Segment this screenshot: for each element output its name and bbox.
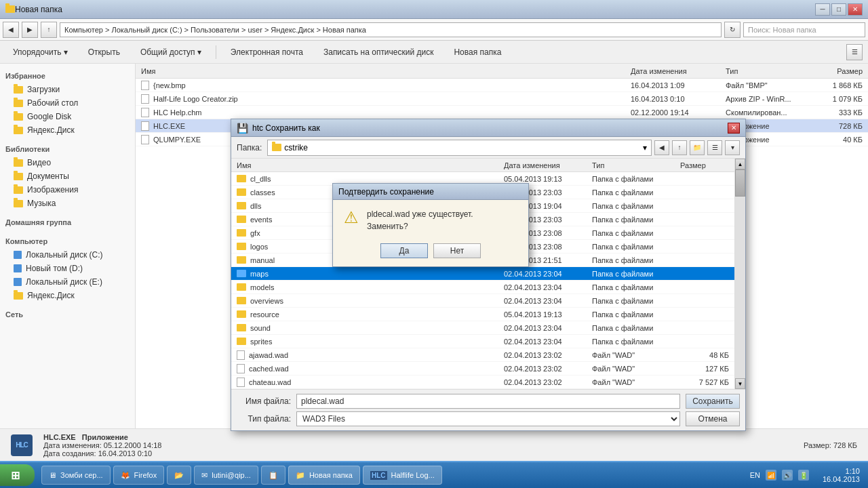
d-col-header-size[interactable]: Размер: [677, 161, 732, 169]
scrollbar-track: [735, 169, 745, 378]
taskbar-item-label: Зомби сер...: [60, 471, 103, 479]
folder-icon: [237, 243, 246, 250]
folder-icon: [237, 310, 246, 318]
d-col-header-date[interactable]: Дата изменения: [501, 161, 589, 169]
list-item[interactable]: ajawad.wad 02.04.2013 23:02 Файл "WAD" 4…: [231, 348, 734, 362]
taskbar-item-label: Halflife Log...: [391, 471, 435, 479]
dialog-toolbar: Папка: cstrike ▾ ◀ ↑ 📁 ☰ ▾: [231, 137, 745, 159]
confirm-dialog: Подтвердить сохранение ⚠ pldecal.wad уже…: [332, 183, 529, 267]
warning-icon: ⚠: [344, 208, 359, 227]
cancel-button[interactable]: Отмена: [686, 411, 740, 426]
dialog-view-btn2[interactable]: ▾: [725, 140, 740, 155]
confirm-no-button[interactable]: Нет: [433, 243, 481, 258]
filetype-row: Тип файла: WAD3 Files Отмена: [237, 411, 740, 426]
taskbar-item-zombie[interactable]: 🖥 Зомби сер...: [41, 466, 111, 485]
dialog-file-header: Имя Дата изменения Тип Размер: [231, 159, 734, 172]
clock-date: 16.04.2013: [823, 475, 860, 483]
file-icon: [237, 364, 245, 373]
list-item[interactable]: maps 02.04.2013 23:04 Папка с файлами: [231, 267, 734, 281]
scrollbar-thumb[interactable]: [735, 169, 745, 197]
taskbar-item-newfolder[interactable]: 📁 Новая папка: [288, 466, 360, 485]
dialog-back-button[interactable]: ◀: [654, 140, 669, 155]
dialog-new-folder-button[interactable]: 📁: [690, 140, 705, 155]
list-item[interactable]: sound 02.04.2013 23:04 Папка с файлами: [231, 321, 734, 335]
taskbar-item-icon: 🖥: [49, 471, 56, 479]
filename-label: Имя файла:: [237, 396, 291, 406]
dialog-title-text: htc Сохранить как: [252, 123, 724, 133]
confirm-title-text: Подтвердить сохранение: [338, 187, 434, 197]
list-item[interactable]: overviews 02.04.2013 23:04 Папка с файла…: [231, 294, 734, 308]
list-item[interactable]: sprites 02.04.2013 23:04 Папка с файлами: [231, 335, 734, 348]
windows-logo: ⊞: [11, 469, 20, 482]
d-col-header-type[interactable]: Тип: [589, 161, 677, 169]
dropdown-arrow: ▾: [643, 143, 647, 152]
current-folder: cstrike: [284, 143, 308, 152]
folder-icon: [237, 297, 246, 304]
tray-icon-network[interactable]: 📶: [766, 470, 776, 481]
folder-select[interactable]: cstrike ▾: [267, 140, 652, 156]
dialog-footer: Имя файла: Сохранить Тип файла: WAD3 Fil…: [231, 389, 745, 430]
taskbar-item-icon: 📋: [269, 471, 278, 480]
confirm-body: ⚠ pldecal.wad уже существует. Заменить?: [333, 200, 528, 241]
confirm-line2: Заменить?: [367, 220, 473, 232]
list-item[interactable]: chateau.wad 02.04.2013 23:02 Файл "WAD" …: [231, 375, 734, 389]
file-icon: [237, 350, 245, 360]
tray-icon-sound[interactable]: 🔊: [782, 470, 793, 481]
taskbar-item-label: Новая папка: [309, 471, 353, 479]
file-icon: [237, 378, 245, 387]
taskbar: ⊞ 🖥 Зомби сер... 🦊 Firefox 📂 ✉ lutini@qi…: [0, 461, 868, 488]
scrollbar-down-button[interactable]: ▼: [735, 378, 745, 389]
scrollbar-up-button[interactable]: ▲: [735, 159, 745, 169]
folder-icon: [237, 324, 246, 331]
taskbar-item-icon3[interactable]: 📂: [167, 466, 191, 485]
filename-row: Имя файла: Сохранить: [237, 394, 740, 409]
taskbar-item-icon: 📁: [296, 471, 305, 480]
filetype-select[interactable]: WAD3 Files: [296, 411, 680, 426]
dialog-title-bar: 💾 htc Сохранить как ✕: [231, 119, 745, 137]
taskbar-clock[interactable]: 1:10 16.04.2013: [814, 467, 868, 483]
confirm-line1: pldecal.wad уже существует.: [367, 208, 473, 220]
list-item[interactable]: models 02.04.2013 23:04 Папка с файлами: [231, 281, 734, 294]
confirm-title: Подтвердить сохранение: [333, 184, 528, 200]
taskbar-item-icon: 🦊: [121, 471, 130, 480]
list-item[interactable]: resource 05.04.2013 19:13 Папка с файлам…: [231, 308, 734, 321]
save-button[interactable]: Сохранить: [686, 394, 740, 409]
dialog-up-button[interactable]: ↑: [672, 140, 687, 155]
list-item[interactable]: cached.wad 02.04.2013 23:02 Файл "WAD" 1…: [231, 362, 734, 375]
folder-icon: [237, 175, 246, 182]
confirm-yes-button[interactable]: Да: [380, 243, 428, 258]
save-as-dialog: 💾 htc Сохранить как ✕ Папка: cstrike ▾ ◀…: [231, 119, 746, 431]
folder-icon: [237, 270, 246, 277]
taskbar-tray: EN 📶 🔊 🔋: [745, 470, 814, 481]
confirm-buttons: Да Нет: [333, 241, 528, 266]
dialog-title-icon: 💾: [237, 123, 248, 134]
taskbar-item-icon: 📂: [174, 471, 184, 480]
filename-input[interactable]: [296, 394, 680, 409]
clock-time: 1:10: [823, 467, 860, 475]
confirm-text: pldecal.wad уже существует. Заменить?: [367, 208, 473, 232]
folder-icon: [237, 202, 246, 209]
filetype-label: Тип файла:: [237, 414, 291, 424]
tray-icon-battery[interactable]: 🔋: [798, 470, 809, 481]
dialog-close-button[interactable]: ✕: [728, 123, 740, 134]
folder-icon: [237, 256, 246, 264]
folder-icon: [237, 188, 246, 196]
folder-icon: [237, 216, 246, 223]
folder-icon: [237, 229, 246, 237]
folder-label: Папка:: [237, 143, 262, 152]
taskbar-item-thunderbird[interactable]: ✉ lutini@qip...: [194, 466, 258, 485]
start-button[interactable]: ⊞: [0, 464, 35, 486]
d-col-header-name[interactable]: Имя: [234, 161, 501, 169]
taskbar-item-halflife[interactable]: HLC Halflife Log...: [363, 466, 442, 485]
folder-icon: [272, 144, 281, 151]
folder-icon: [237, 283, 246, 291]
taskbar-item-label: lutini@qip...: [212, 471, 251, 479]
taskbar-item-icon5[interactable]: 📋: [261, 466, 285, 485]
desktop: Новая папка ─ □ ✕ ◀ ▶ ↑ Компьютер > Лока…: [0, 0, 868, 488]
taskbar-item-icon: ✉: [201, 471, 208, 480]
dialog-scrollbar[interactable]: ▲ ▼: [734, 159, 745, 389]
dialog-view-button[interactable]: ☰: [707, 140, 722, 155]
taskbar-items: 🖥 Зомби сер... 🦊 Firefox 📂 ✉ lutini@qip.…: [39, 466, 745, 485]
taskbar-item-firefox[interactable]: 🦊 Firefox: [113, 466, 165, 485]
folder-icon: [237, 338, 246, 345]
